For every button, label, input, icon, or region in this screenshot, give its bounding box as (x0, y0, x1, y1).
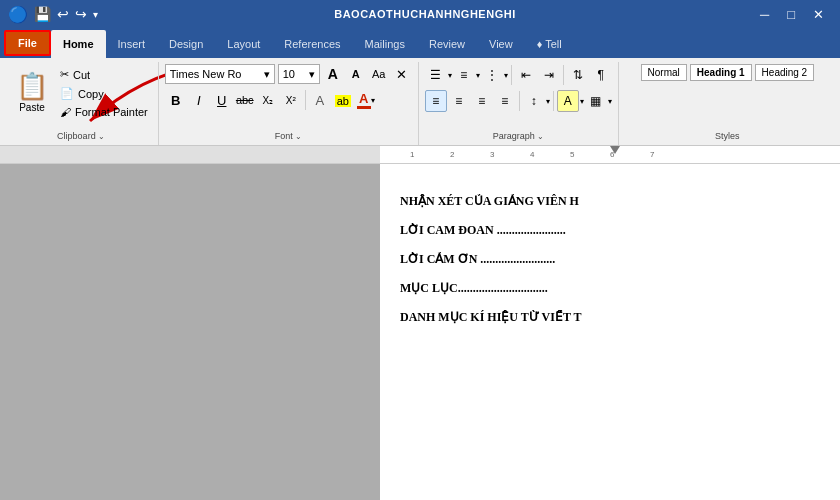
cut-label: Cut (73, 69, 90, 81)
shading-dropdown[interactable]: ▾ (580, 97, 584, 106)
bullets-button[interactable]: ☰ (425, 64, 447, 86)
change-case-button[interactable]: Aa (369, 64, 389, 84)
doc-line-4: MỤC LỤC.............................. (400, 281, 820, 296)
font-color-icon: A (357, 91, 371, 109)
font-name-input[interactable]: Times New Ro ▾ (165, 64, 275, 84)
line-spacing-dropdown[interactable]: ▾ (546, 97, 550, 106)
bold-button[interactable]: B (165, 89, 187, 111)
tab-file[interactable]: File (4, 30, 51, 56)
paragraph-group-label: Paragraph ⌄ (419, 131, 618, 141)
border-button[interactable]: ▦ (585, 90, 607, 112)
tab-review[interactable]: Review (417, 30, 477, 58)
shading-button[interactable]: A (557, 90, 579, 112)
font-grow-button[interactable]: A (323, 64, 343, 84)
quick-access-icon[interactable]: ▾ (93, 9, 98, 20)
save-icon[interactable]: 💾 (34, 6, 51, 22)
clipboard-dialog-launcher[interactable]: ⌄ (98, 132, 105, 141)
redo-icon[interactable]: ↪ (75, 6, 87, 22)
underline-button[interactable]: U (211, 89, 233, 111)
ruler-4: 4 (530, 150, 534, 159)
paste-button[interactable]: 📋 Paste (10, 64, 54, 120)
title-text: BAOCAOTHUCHANHNGHENGHI (334, 8, 516, 20)
cut-icon: ✂ (60, 68, 69, 81)
tab-home[interactable]: Home (51, 30, 106, 58)
text-effects-button[interactable]: A (309, 89, 331, 111)
tab-references[interactable]: References (272, 30, 352, 58)
decrease-indent-button[interactable]: ⇤ (515, 64, 537, 86)
font-size-dropdown-icon[interactable]: ▾ (309, 68, 315, 81)
clear-format-button[interactable]: ✕ (392, 64, 412, 84)
ruler-5: 5 (570, 150, 574, 159)
window-controls: ─ □ ✕ (752, 0, 832, 28)
align-left-button[interactable]: ≡ (425, 90, 447, 112)
tab-mailings[interactable]: Mailings (353, 30, 417, 58)
doc-line-1: NHẬN XÉT CỦA GIẢNG VIÊN H (400, 194, 820, 209)
font-dialog-launcher[interactable]: ⌄ (295, 132, 302, 141)
font-color-button[interactable]: A ▾ (355, 89, 377, 111)
para-sep4 (553, 91, 554, 111)
maximize-button[interactable]: □ (779, 0, 803, 28)
tab-tell[interactable]: ♦ Tell (525, 30, 574, 58)
copy-icon: 📄 (60, 87, 74, 100)
font-name-dropdown-icon[interactable]: ▾ (264, 68, 270, 81)
multilevel-button[interactable]: ⋮ (481, 64, 503, 86)
minimize-button[interactable]: ─ (752, 0, 777, 28)
ruler-6: 6 (610, 150, 614, 159)
ruler: 1 2 3 4 5 6 7 (0, 146, 840, 164)
strikethrough-button[interactable]: abc (234, 89, 256, 111)
numbering-button[interactable]: ≡ (453, 64, 475, 86)
align-center-button[interactable]: ≡ (448, 90, 470, 112)
paste-icon: 📋 (16, 71, 48, 102)
border-dropdown[interactable]: ▾ (608, 97, 612, 106)
italic-button[interactable]: I (188, 89, 210, 111)
separator (305, 90, 306, 110)
style-heading1[interactable]: Heading 1 (690, 64, 752, 81)
numbering-dropdown[interactable]: ▾ (476, 71, 480, 80)
font-color-dropdown[interactable]: ▾ (371, 96, 375, 105)
font-size-input[interactable]: 10 ▾ (278, 64, 320, 84)
format-painter-label: Format Painter (75, 106, 148, 118)
show-marks-button[interactable]: ¶ (590, 64, 612, 86)
font-name-row: Times New Ro ▾ 10 ▾ A A Aa ✕ (165, 64, 412, 84)
align-right-button[interactable]: ≡ (471, 90, 493, 112)
tab-layout[interactable]: Layout (215, 30, 272, 58)
font-group-label: Font ⌄ (159, 131, 418, 141)
font-shrink-button[interactable]: A (346, 64, 366, 84)
clipboard-content: 📋 Paste ✂ Cut 📄 Copy 🖌 Format Painter (10, 64, 152, 141)
ruler-7: 7 (650, 150, 654, 159)
font-size-value: 10 (283, 68, 295, 80)
paragraph-dialog-launcher[interactable]: ⌄ (537, 132, 544, 141)
close-button[interactable]: ✕ (805, 0, 832, 28)
document-area[interactable]: NHẬN XÉT CỦA GIẢNG VIÊN H LỜI CAM ĐOAN .… (380, 164, 840, 500)
style-normal[interactable]: Normal (641, 64, 687, 81)
highlight-button[interactable]: ab (332, 89, 354, 111)
clipboard-small-buttons: ✂ Cut 📄 Copy 🖌 Format Painter (56, 64, 152, 120)
copy-button[interactable]: 📄 Copy (56, 85, 152, 102)
cut-button[interactable]: ✂ Cut (56, 66, 152, 83)
tab-insert[interactable]: Insert (106, 30, 158, 58)
justify-button[interactable]: ≡ (494, 90, 516, 112)
tab-design[interactable]: Design (157, 30, 215, 58)
ruler-left (0, 146, 380, 163)
sort-button[interactable]: ⇅ (567, 64, 589, 86)
format-painter-button[interactable]: 🖌 Format Painter (56, 104, 152, 120)
multilevel-dropdown[interactable]: ▾ (504, 71, 508, 80)
title-bar: 🔵 💾 ↩ ↪ ▾ BAOCAOTHUCHANHNGHENGHI ─ □ ✕ (0, 0, 840, 28)
undo-icon[interactable]: ↩ (57, 6, 69, 22)
clipboard-group-label: Clipboard ⌄ (4, 131, 158, 141)
ruler-scale: 1 2 3 4 5 6 7 (380, 146, 840, 163)
line-spacing-button[interactable]: ↕ (523, 90, 545, 112)
tab-view[interactable]: View (477, 30, 525, 58)
ruler-2: 2 (450, 150, 454, 159)
doc-line-2: LỜI CAM ĐOAN ....................... (400, 223, 820, 238)
list-row: ☰ ▾ ≡ ▾ ⋮ ▾ ⇤ ⇥ ⇅ ¶ (425, 64, 612, 86)
copy-label: Copy (78, 88, 104, 100)
align-row: ≡ ≡ ≡ ≡ ↕ ▾ A ▾ ▦ ▾ (425, 90, 612, 112)
increase-indent-button[interactable]: ⇥ (538, 64, 560, 86)
doc-line-3: LỜI CẢM ƠN ......................... (400, 252, 820, 267)
style-heading2[interactable]: Heading 2 (755, 64, 815, 81)
subscript-button[interactable]: X₂ (257, 89, 279, 111)
bullets-dropdown[interactable]: ▾ (448, 71, 452, 80)
para-sep2 (563, 65, 564, 85)
superscript-button[interactable]: X² (280, 89, 302, 111)
